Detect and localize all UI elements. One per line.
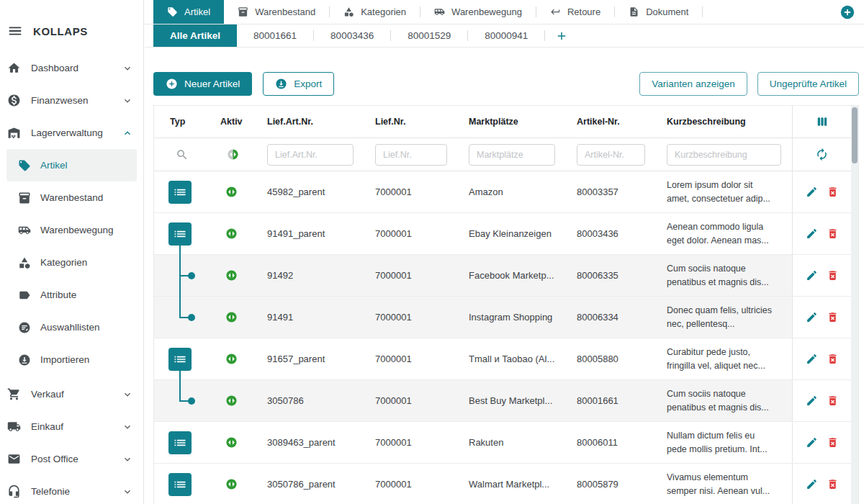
active-status-icon[interactable] (225, 228, 238, 240)
column-header-artikel-nr-[interactable]: Artikel-Nr. (566, 117, 656, 127)
aktiv-cell (210, 297, 256, 338)
sidebar-subitem-artikel[interactable]: Artikel (6, 149, 137, 181)
article-tab-80001661[interactable]: 80001661 (237, 24, 313, 47)
table-row[interactable]: 30507867000001Best Buy Marketpl...800016… (154, 380, 851, 422)
artikel-nr-cell: 80006334 (566, 297, 656, 338)
filter-input-lief-nr-[interactable] (375, 144, 447, 166)
article-tab-label: 80000941 (485, 30, 528, 41)
sidebar-subitem-kategorien[interactable]: Kategorien (6, 246, 137, 279)
column-header-kurzbeschreibung[interactable]: Kurzbeschreibung (656, 117, 792, 127)
active-toggle-filter-icon[interactable] (227, 148, 239, 161)
article-tab-80000941[interactable]: 80000941 (468, 24, 544, 47)
lief-art-nr-cell: 3050786_parent (256, 479, 364, 490)
article-tab-label: 80003436 (330, 30, 374, 41)
article-tab-80001529[interactable]: 80001529 (391, 24, 467, 47)
sidebar-item-post-office[interactable]: Post Office (0, 443, 143, 475)
article-tab-80003436[interactable]: 80003436 (314, 24, 390, 47)
tab-warenbestand[interactable]: Warenbestand (224, 0, 329, 24)
sidebar-item-verkauf[interactable]: Verkauf (0, 378, 143, 410)
edit-button[interactable] (804, 393, 819, 408)
edit-button[interactable] (804, 184, 819, 199)
filter-input-artikel-nr-[interactable] (577, 144, 645, 166)
add-article-tab-button[interactable] (545, 24, 578, 47)
lief-art-nr-cell: 91492 (256, 255, 364, 296)
sidebar-subitem-warenbestand[interactable]: Warenbestand (6, 181, 137, 214)
active-status-icon[interactable] (225, 353, 238, 365)
filter-input-kurzbeschreibung[interactable] (667, 144, 781, 166)
vertical-scrollbar[interactable] (851, 106, 858, 504)
table-row[interactable]: 91491_parent7000001Ebay Kleinanzeigen800… (154, 213, 851, 255)
table-row[interactable]: 91657_parent7000001Tmall и Taobao (Al...… (154, 338, 851, 380)
delete-button[interactable] (825, 268, 840, 283)
column-header-lief-nr-[interactable]: Lief.Nr. (364, 117, 458, 127)
export-button[interactable]: Export (263, 72, 334, 96)
table-row[interactable]: 914917000001Instagram Shopping80006334Do… (154, 297, 851, 338)
active-status-icon[interactable] (225, 395, 238, 407)
tab-warenbewegung[interactable]: Warenbewegung (420, 0, 536, 24)
sidebar-subitem-attribute[interactable]: Attribute (6, 279, 137, 311)
sidebar-subitem-importieren[interactable]: Importieren (6, 343, 137, 376)
edit-button[interactable] (804, 310, 819, 325)
kurzbeschreibung-cell: Aenean commodo ligula eget dolor. Aenean… (656, 220, 792, 246)
new-article-button[interactable]: Neuer Artikel (153, 72, 252, 96)
table-row[interactable]: 3050786_parent7000001Walmart Marketpl...… (154, 464, 851, 504)
expand-children-button[interactable] (168, 348, 192, 371)
truck-icon (7, 420, 22, 433)
tab-kategorien[interactable]: Kategorien (330, 0, 420, 24)
article-tab-label: 80001529 (408, 30, 451, 41)
search-icon[interactable] (176, 148, 189, 161)
sidebar-item-dashboard[interactable]: Dashboard (0, 52, 143, 84)
active-status-icon[interactable] (225, 186, 238, 198)
show-variants-button[interactable]: Varianten anzeigen (639, 72, 747, 96)
edit-button[interactable] (804, 226, 819, 241)
refresh-button[interactable] (814, 146, 830, 163)
delete-button[interactable] (825, 351, 840, 366)
unchecked-articles-button[interactable]: Ungeprüfte Artikel (757, 72, 859, 96)
add-module-tab-button[interactable] (840, 4, 855, 20)
sidebar-subitem-auswahllisten[interactable]: Auswahllisten (6, 311, 137, 343)
tab-dokument[interactable]: Dokument (615, 0, 702, 24)
edit-button[interactable] (804, 435, 819, 450)
article-tab-alle-artikel[interactable]: Alle Artikel (153, 24, 237, 47)
filter-input-lief-art-nr-[interactable] (267, 144, 354, 166)
expand-children-button[interactable] (168, 222, 192, 246)
edit-button[interactable] (804, 268, 819, 283)
menu-icon[interactable] (7, 23, 23, 39)
column-header-aktiv[interactable]: Aktiv (210, 117, 256, 127)
sidebar-subitem-label: Attribute (40, 289, 76, 300)
edit-button[interactable] (804, 477, 819, 492)
column-header-typ[interactable]: Typ (154, 117, 210, 127)
column-header-marktpl-tze[interactable]: Marktplätze (458, 117, 566, 127)
tab-artikel[interactable]: Artikel (153, 0, 224, 24)
active-status-icon[interactable] (225, 311, 238, 323)
table-row[interactable]: 45982_parent7000001Amazon80003357Lorem i… (154, 171, 851, 213)
expand-children-button[interactable] (168, 431, 192, 454)
tab-retoure[interactable]: Retoure (536, 0, 614, 24)
edit-button[interactable] (804, 351, 819, 366)
expand-children-button[interactable] (168, 181, 192, 204)
delete-button[interactable] (825, 226, 840, 241)
sidebar-subitem-warenbewegung[interactable]: Warenbewegung (6, 214, 137, 246)
sidebar-item-telefonie[interactable]: Telefonie (0, 475, 143, 504)
shuttle-icon (434, 6, 445, 17)
column-header-lief-art-nr-[interactable]: Lief.Art.Nr. (256, 117, 364, 127)
table-row[interactable]: 3089463_parent7000001Rakuten80006011Null… (154, 422, 851, 464)
active-status-icon[interactable] (225, 436, 238, 449)
sidebar-item-finanzwesen[interactable]: Finanzwesen (0, 84, 143, 117)
sidebar-subitem-label: Warenbewegung (40, 225, 114, 235)
aktiv-cell (210, 422, 256, 463)
delete-button[interactable] (825, 184, 840, 199)
columns-button[interactable] (814, 113, 831, 130)
sidebar-item-lagerverwaltung[interactable]: Lagerverwaltung (0, 117, 143, 149)
active-status-icon[interactable] (225, 269, 238, 282)
sidebar-item-einkauf[interactable]: Einkauf (0, 410, 143, 443)
delete-button[interactable] (825, 310, 840, 325)
expand-children-button[interactable] (168, 473, 192, 496)
delete-button[interactable] (825, 477, 840, 492)
table-row[interactable]: 914927000001Facebook Marketp...80006335C… (154, 255, 851, 297)
delete-button[interactable] (825, 393, 840, 408)
active-status-icon[interactable] (225, 478, 238, 490)
scrollbar-thumb[interactable] (852, 107, 858, 163)
delete-button[interactable] (825, 435, 840, 450)
filter-input-marktpl-tze[interactable] (469, 144, 555, 166)
